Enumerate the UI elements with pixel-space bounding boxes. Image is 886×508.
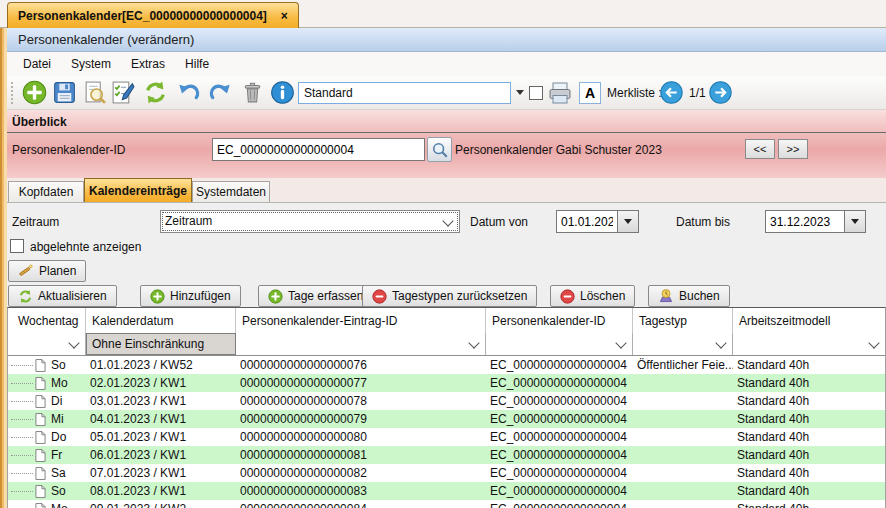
personenkalender-id-input[interactable] [212,138,425,161]
redo-icon[interactable] [207,80,232,105]
print-preview-icon[interactable] [82,80,107,105]
tage-erfassen-button[interactable]: Tage erfassen [258,285,373,307]
column-header-wochentag[interactable]: Wochentag [8,308,86,333]
view-combobox[interactable]: Standard [298,82,511,104]
abgelehnte-checkbox[interactable] [10,239,24,253]
tagestypen-zuruecksetzen-button[interactable]: Tagestypen zurücksetzen [362,285,537,307]
datum-von-input[interactable] [556,210,618,233]
document-icon [35,359,46,372]
buchen-button[interactable]: Buchen [648,285,730,307]
view-combobox-arrow-icon[interactable] [516,90,524,95]
menu-system[interactable]: System [61,53,121,75]
printer-icon[interactable] [547,81,573,105]
cell-arbeitszeitmodell: Standard 40h [733,482,885,500]
search-button[interactable] [427,137,452,162]
cell-tagestyp [633,500,733,508]
column-header-tagestyp[interactable]: Tagestyp [633,308,733,333]
delete-icon[interactable] [240,80,265,105]
font-format-icon[interactable]: A [579,82,601,104]
document-tab[interactable]: Personenkalender[EC_00000000000000004] × [7,2,299,28]
menu-extras[interactable]: Extras [121,53,175,75]
hinzufuegen-button[interactable]: Hinzufügen [140,285,241,307]
info-icon[interactable] [270,80,295,105]
record-next-button[interactable]: >> [778,139,808,159]
print-checkbox[interactable] [529,86,543,100]
wand-icon [18,263,34,279]
zeitraum-dropdown[interactable]: Zeitraum [160,210,460,233]
column-header-personenkalender-id[interactable]: Personenkalender-ID [486,308,633,333]
tagestypen-zuruecksetzen-label: Tagestypen zurücksetzen [392,289,527,303]
toolbar-grip [11,82,13,104]
datum-von-label: Datum von [470,215,528,229]
table-row[interactable]: Sa07.01.2023 / KW10000000000000000082EC_… [8,464,885,482]
page-title: Personenkalender (verändern) [18,32,194,47]
datum-von-dropdown-button[interactable] [617,210,639,233]
table-row[interactable]: Mo02.01.2023 / KW10000000000000000077EC_… [8,374,885,392]
table-row[interactable]: So01.01.2023 / KW520000000000000000076EC… [8,356,885,374]
minus-icon [372,289,387,304]
overview-title: Überblick [12,115,67,129]
view-combobox-value: Standard [304,86,353,100]
filter-tagestyp-dropdown[interactable] [633,333,733,355]
buchen-label: Buchen [679,289,720,303]
menu-hilfe[interactable]: Hilfe [175,53,219,75]
overview-section: Überblick Personenkalender-ID Personenka… [7,110,886,178]
cell-eintrag-id: 0000000000000000077 [236,374,486,392]
cell-arbeitszeitmodell: Standard 40h [733,464,885,482]
tab-systemdaten[interactable]: Systemdaten [192,181,270,202]
document-icon [35,485,46,498]
column-header-eintrag-id[interactable]: Personenkalender-Eintrag-ID [236,308,486,333]
column-header-kalenderdatum[interactable]: Kalenderdatum [86,308,236,333]
table-row[interactable]: Mi04.01.2023 / KW10000000000000000079EC_… [8,410,885,428]
cell-kalenderdatum: 05.01.2023 / KW1 [86,428,236,446]
cell-kalenderdatum: 01.01.2023 / KW52 [86,356,236,374]
refresh-icon[interactable] [143,80,168,105]
aktualisieren-button[interactable]: Aktualisieren [8,285,117,307]
edit-icon[interactable] [110,80,135,105]
cell-kalenderdatum: 04.01.2023 / KW1 [86,410,236,428]
datum-bis-dropdown-button[interactable] [844,210,866,233]
record-prev-button[interactable]: << [745,139,775,159]
personenkalender-id-label: Personenkalender-ID [12,143,125,157]
merkliste-prev-icon[interactable] [660,81,683,104]
close-icon[interactable]: × [281,9,288,23]
loeschen-button[interactable]: Löschen [550,285,635,307]
menu-bar: Datei System Extras Hilfe [7,52,886,76]
grid-header: Wochentag Kalenderdatum Personenkalender… [8,308,885,333]
column-header-arbeitszeitmodell[interactable]: Arbeitszeitmodell [733,308,885,333]
menu-datei[interactable]: Datei [13,53,61,75]
save-icon[interactable] [52,80,77,105]
filter-kalenderdatum-dropdown[interactable]: Ohne Einschränkung [86,333,236,355]
filter-arbeitszeitmodell-dropdown[interactable] [733,333,885,355]
table-row[interactable]: Mo09.01.2023 / KW20000000000000000084EC_… [8,500,885,508]
cell-tagestyp [633,410,733,428]
datum-bis-input[interactable] [765,210,845,233]
loeschen-label: Löschen [580,289,625,303]
tab-kalendereintraege[interactable]: Kalendereinträge [84,178,192,202]
cell-personenkalender-id: EC_00000000000000004 [486,446,633,464]
table-row[interactable]: Do05.01.2023 / KW10000000000000000080EC_… [8,428,885,446]
planen-button[interactable]: Planen [8,260,86,282]
cell-kalenderdatum: 06.01.2023 / KW1 [86,446,236,464]
table-row[interactable]: So08.01.2023 / KW10000000000000000083EC_… [8,482,885,500]
filter-wochentag-dropdown[interactable] [8,333,86,355]
cell-personenkalender-id: EC_00000000000000004 [486,500,633,508]
cell-weekday: Di [51,392,62,410]
tree-branch [11,455,33,456]
merkliste-next-icon[interactable] [709,81,732,104]
new-icon[interactable] [22,80,47,105]
tab-kopfdaten[interactable]: Kopfdaten [8,181,84,202]
table-row[interactable]: Di03.01.2023 / KW10000000000000000078EC_… [8,392,885,410]
chevron-down-icon [615,337,626,348]
triangle-down-icon [624,219,632,224]
filter-personenkalender-id-dropdown[interactable] [486,333,633,355]
cell-arbeitszeitmodell: Standard 40h [733,500,885,508]
filter-eintrag-id-dropdown[interactable] [236,333,486,355]
document-tab-title: Personenkalender[EC_00000000000000004] [18,9,267,23]
cell-kalenderdatum: 07.01.2023 / KW1 [86,464,236,482]
table-row[interactable]: Fr06.01.2023 / KW10000000000000000081EC_… [8,446,885,464]
record-title: Personenkalender Gabi Schuster 2023 [455,143,662,157]
cell-kalenderdatum: 02.01.2023 / KW1 [86,374,236,392]
search-icon [431,141,449,159]
undo-icon[interactable] [177,80,202,105]
